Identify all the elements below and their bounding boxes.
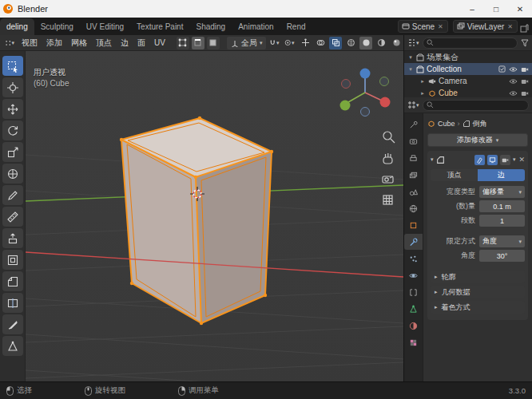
tool-transform-button[interactable] xyxy=(2,164,23,184)
hide-eye-icon[interactable] xyxy=(509,78,518,85)
tool-extrude-region-button[interactable] xyxy=(2,228,23,248)
tool-loop-cut-button[interactable] xyxy=(2,293,23,313)
section-shading[interactable]: ▸ 着色方式 xyxy=(431,301,525,314)
new-view-layer-icon[interactable] xyxy=(520,24,529,33)
workspace-tab-texture-paint[interactable]: Texture Paint xyxy=(130,18,189,35)
menu-add[interactable]: 添加 xyxy=(42,35,66,51)
tab-object[interactable] xyxy=(404,217,423,233)
tool-poly-build-button[interactable] xyxy=(2,336,23,356)
tab-physics[interactable] xyxy=(404,267,423,283)
gizmo-x-axis[interactable] xyxy=(380,97,391,108)
tool-select-box-button[interactable] xyxy=(2,56,23,76)
tab-material[interactable] xyxy=(404,318,423,334)
show-gizmo-icon[interactable] xyxy=(299,37,312,49)
menu-mesh[interactable]: 网格 xyxy=(67,35,91,51)
tool-inset-faces-button[interactable] xyxy=(2,250,23,270)
tool-scale-button[interactable] xyxy=(2,142,23,162)
maximize-button[interactable]: □ xyxy=(484,0,508,18)
toggle-render-display-icon[interactable] xyxy=(500,155,510,165)
menu-vertex[interactable]: 顶点 xyxy=(92,35,116,51)
proportional-editing-icon[interactable]: ▾ xyxy=(283,37,296,49)
disable-render-icon[interactable] xyxy=(521,66,529,73)
tool-move-button[interactable] xyxy=(2,99,23,119)
tool-knife-button[interactable] xyxy=(2,314,23,334)
viewport-canvas[interactable]: 用户透视 (60) Cube xyxy=(26,51,403,381)
tab-view-layer[interactable] xyxy=(404,167,423,183)
filter-icon[interactable] xyxy=(521,39,529,47)
face-select-mode-button[interactable] xyxy=(207,37,220,49)
tab-tool[interactable] xyxy=(404,117,423,132)
gizmo-y-axis[interactable] xyxy=(340,101,351,111)
scene-name[interactable]: Scene xyxy=(412,22,435,31)
tool-measure-button[interactable] xyxy=(2,207,23,227)
expand-caret-icon[interactable]: ▸ xyxy=(419,78,426,85)
vertex-select-mode-button[interactable] xyxy=(177,37,189,49)
tab-world[interactable] xyxy=(404,200,423,216)
limit-method-dropdown[interactable]: 角度 ▾ xyxy=(479,235,525,247)
view-layer-name[interactable]: ViewLayer xyxy=(467,22,505,31)
hide-eye-icon[interactable] xyxy=(509,66,518,73)
workspace-tab-rendering[interactable]: Rend xyxy=(280,18,312,35)
tab-constraints[interactable] xyxy=(404,284,423,300)
shading-solid-icon[interactable] xyxy=(359,37,372,49)
gizmo-y-neg[interactable] xyxy=(380,77,389,86)
view-layer-selector[interactable]: ViewLayer ✕ xyxy=(453,20,518,33)
affect-vertices-button[interactable]: 顶点 xyxy=(431,169,478,181)
minimize-button[interactable]: – xyxy=(460,0,484,18)
toggle-realtime-display-icon[interactable] xyxy=(487,155,498,165)
menu-face[interactable]: 面 xyxy=(133,35,149,51)
add-modifier-button[interactable]: 添加修改器 ▾ xyxy=(427,133,528,147)
workspace-tab-shading[interactable]: Shading xyxy=(189,18,232,35)
modifier-panel-header[interactable]: ▾ ▾ ✕ xyxy=(431,153,525,166)
properties-editor-type-icon[interactable]: ▾ xyxy=(407,101,419,109)
shading-rendered-icon[interactable] xyxy=(390,37,403,49)
gizmo-x-neg[interactable] xyxy=(342,80,351,89)
width-type-dropdown[interactable]: 偏移量 ▾ xyxy=(479,186,525,198)
gizmo-z-axis[interactable] xyxy=(360,69,371,79)
remove-modifier-icon[interactable]: ✕ xyxy=(518,156,525,164)
toggle-xray-icon[interactable] xyxy=(329,37,342,49)
menu-view[interactable]: 视图 xyxy=(18,35,42,51)
workspace-tab-animation[interactable]: Animation xyxy=(232,18,280,35)
toggle-edit-mode-display-icon[interactable] xyxy=(474,155,485,165)
section-geometry[interactable]: ▸ 几何数据 xyxy=(431,286,525,298)
angle-field[interactable]: 30° xyxy=(479,250,525,262)
cube-object[interactable] xyxy=(120,117,273,325)
camera-view-icon[interactable] xyxy=(383,176,393,183)
tool-bevel-button[interactable] xyxy=(2,271,23,291)
tab-object-data[interactable] xyxy=(404,301,423,317)
outliner-row-camera[interactable]: ▸ Camera xyxy=(404,75,532,87)
tab-output[interactable] xyxy=(404,150,423,166)
breadcrumb-object[interactable]: Cube xyxy=(438,120,455,128)
hide-eye-icon[interactable] xyxy=(509,90,518,97)
workspace-tab-modeling[interactable]: deling xyxy=(0,18,34,35)
breadcrumb-modifier[interactable]: 倒角 xyxy=(473,119,487,129)
amount-field[interactable]: 0.1 m xyxy=(479,200,525,212)
modifier-extras-icon[interactable]: ▾ xyxy=(513,156,516,163)
properties-search-input[interactable] xyxy=(423,100,529,111)
affect-edges-button[interactable]: 边 xyxy=(478,169,525,181)
outliner-search-input[interactable] xyxy=(423,38,518,49)
menu-uv[interactable]: UV xyxy=(150,35,169,51)
tab-modifiers[interactable] xyxy=(404,234,423,250)
outliner-editor-type-icon[interactable]: ▾ xyxy=(407,38,419,47)
tool-rotate-button[interactable] xyxy=(2,120,23,140)
show-overlays-icon[interactable] xyxy=(314,37,327,49)
disable-render-icon[interactable] xyxy=(521,78,529,85)
expand-caret-icon[interactable]: ▾ xyxy=(407,54,414,61)
outliner-row-scene-collection[interactable]: ▾ 场景集合 xyxy=(404,51,532,63)
navigation-gizmo[interactable] xyxy=(340,69,391,117)
menu-edge[interactable]: 边 xyxy=(117,35,133,51)
segments-field[interactable]: 1 xyxy=(479,215,525,227)
gizmo-z-neg[interactable] xyxy=(361,108,370,117)
disable-render-icon[interactable] xyxy=(521,90,529,97)
editor-type-icon[interactable]: ▾ xyxy=(3,37,16,49)
expand-caret-icon[interactable]: ▸ xyxy=(419,90,426,97)
outliner-row-collection[interactable]: ▾ Collection xyxy=(404,63,532,75)
tool-cursor-button[interactable] xyxy=(2,77,23,97)
scene-selector[interactable]: Scene ✕ xyxy=(398,20,448,33)
workspace-tab-sculpting[interactable]: Sculpting xyxy=(34,18,80,35)
outliner-row-cube[interactable]: ▸ Cube xyxy=(404,87,532,97)
ortho-grid-icon[interactable] xyxy=(383,196,392,204)
workspace-tab-uv-editing[interactable]: UV Editing xyxy=(80,18,130,35)
